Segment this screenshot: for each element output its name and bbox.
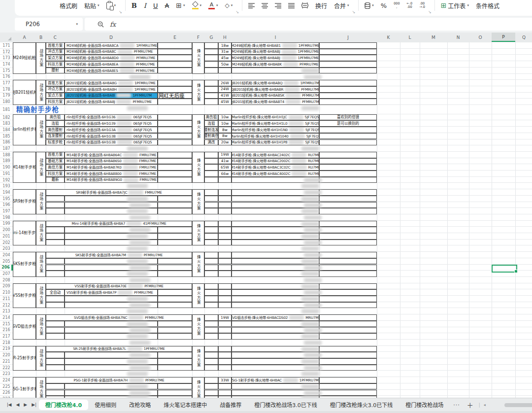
select-all-corner[interactable] — [8, 37, 11, 40]
col-header-I[interactable]: I — [232, 33, 319, 42]
cell-H219[interactable] — [218, 346, 232, 352]
align-center-button[interactable] — [258, 0, 271, 11]
cell-E200[interactable] — [158, 227, 192, 233]
cell-H192[interactable] — [218, 177, 232, 183]
cell-D177[interactable]: JB201轻机枪-全面战场-6H8A8G1PFMRU7ME — [65, 80, 158, 86]
selected-cell-P206[interactable] — [492, 265, 517, 273]
row-header-202[interactable]: 202 — [0, 240, 13, 246]
cell-J186[interactable] — [319, 139, 377, 146]
row-header-217[interactable]: 217 — [0, 333, 13, 340]
row-header-190[interactable]: 190 — [0, 164, 13, 171]
cell-H200[interactable] — [218, 227, 232, 233]
cell-G174[interactable] — [204, 61, 218, 68]
cell-C189[interactable]: 基础方案 — [46, 158, 65, 165]
row-header-193[interactable]: 193 — [0, 183, 13, 189]
cell-C188[interactable]: 首推方案 — [46, 152, 65, 158]
cell-G210[interactable] — [204, 289, 218, 296]
cell-G201[interactable] — [204, 233, 218, 240]
cell-D173[interactable]: M249轻机枪-全面战场-6H8A8D0PFMRU7ME — [65, 55, 158, 61]
cell-I178[interactable]: QJB201轻机枪-烽火地带-6H8ABRPFMRU7ME — [232, 86, 319, 93]
cell-H186[interactable]: 20w — [218, 139, 232, 146]
sheet-tab-7[interactable]: 橙门楼改枪战场 — [399, 400, 450, 410]
cell-H216[interactable] — [218, 327, 232, 334]
cell-J201[interactable] — [319, 233, 377, 240]
cell-G206[interactable] — [204, 265, 218, 271]
cell-gun-name[interactable]: M14射手步枪 — [13, 152, 36, 183]
cell-G196[interactable] — [204, 202, 218, 208]
cell-I214[interactable]: SVD狙击步枪-烽火地带-6H8ACDS02MRU7ME — [232, 314, 319, 321]
cell-J225[interactable] — [319, 383, 377, 390]
cell-fire-label[interactable]: 烽火方案 — [192, 346, 204, 371]
cell-C221[interactable] — [46, 358, 65, 365]
cell-J227[interactable] — [319, 396, 377, 398]
cell-J192[interactable] — [319, 177, 377, 183]
cell-I174[interactable]: M249轻机枪-烽火地带-6H8ABKPFMRU7ME — [232, 61, 319, 68]
cell-E171[interactable] — [158, 42, 192, 49]
cell-J222[interactable] — [319, 365, 377, 371]
clipboard-group-expand-icon[interactable]: ↘ — [119, 10, 122, 14]
cell-C206[interactable] — [46, 265, 65, 271]
cell-fire-label[interactable]: 烽火方案 — [192, 283, 204, 309]
cell-C227[interactable] — [46, 396, 65, 398]
cell-J200[interactable] — [319, 227, 377, 233]
cell-I177[interactable]: QJB201轻机枪-烽火地带-6H8ABQ1PFMRU7ME — [232, 80, 319, 86]
row-header-207[interactable]: 207 — [0, 271, 13, 277]
cell-D188[interactable]: M14射手步枪-全面战场-6H8A864CFMRU7ME — [65, 152, 158, 158]
more-sheets-button[interactable]: ··· — [450, 402, 464, 408]
cell-fire-label[interactable]: 烽火方案 — [192, 42, 204, 74]
cell-H178[interactable]: 24W — [218, 86, 232, 93]
cell-E184[interactable] — [158, 127, 192, 133]
cell-J175[interactable] — [319, 68, 377, 74]
last-sheet-button[interactable]: ▶∣ — [29, 402, 38, 407]
cell-H188[interactable]: 19W — [218, 152, 232, 158]
cell-G186[interactable]: 满改 — [204, 139, 218, 146]
col-header-N[interactable]: N — [447, 33, 469, 42]
align-left-button[interactable] — [245, 0, 258, 11]
cell-E217[interactable] — [158, 333, 192, 340]
row-header-201[interactable]: 201 — [0, 233, 13, 240]
cell-C179[interactable]: 架点方案 — [46, 93, 65, 99]
cell-H183[interactable]: 10w — [218, 120, 232, 127]
cell-C199[interactable]: Mini-14射手步枪-全面战场-6H8A741PFMRU7ME — [46, 221, 192, 227]
cell-G209[interactable] — [204, 283, 218, 290]
cell-gun-name[interactable]: SR-25射手步枪 — [13, 346, 36, 371]
eraser-button[interactable]: ◇ ▾ — [222, 0, 236, 11]
cell-G220[interactable] — [204, 352, 218, 358]
cell-G179[interactable] — [204, 93, 218, 99]
cell-H205[interactable] — [218, 258, 232, 265]
cell-D182[interactable]: rlin栓杆步枪-全面战场-6H1G36065JF7EQ5 — [65, 114, 158, 121]
cell-E175[interactable] — [158, 68, 192, 74]
cell-battlefield-label[interactable]: 战场方案 — [36, 314, 46, 340]
tab-scroll-left-icon[interactable]: ◂ — [482, 403, 487, 407]
row-header-189[interactable]: 189 — [0, 158, 13, 165]
cell-J183[interactable]: 是可以换别的 — [319, 120, 377, 127]
cell-battlefield-label[interactable]: 战场方案 — [36, 42, 46, 74]
cell-G178[interactable] — [204, 86, 218, 93]
cell-C220[interactable] — [46, 352, 65, 358]
cell-J212[interactable] — [319, 302, 377, 309]
cell-C196[interactable] — [46, 202, 65, 208]
cell-J188[interactable] — [319, 152, 377, 158]
cell-G195[interactable] — [204, 196, 218, 202]
wrap-text-button[interactable] — [298, 0, 312, 11]
cell-H217[interactable] — [218, 333, 232, 340]
cell-C205[interactable] — [46, 258, 65, 265]
cell-C225[interactable] — [46, 383, 65, 390]
cell-E172[interactable] — [158, 49, 192, 55]
cell-G197[interactable] — [204, 208, 218, 214]
cell-J189[interactable] — [319, 158, 377, 165]
number-group-expand-icon[interactable]: ↘ — [428, 10, 432, 14]
cell-G221[interactable] — [204, 358, 218, 365]
cell-C177[interactable]: 首推方案 — [46, 80, 65, 86]
borders-button[interactable]: ⊞ ▾ — [172, 0, 188, 11]
cell-C200[interactable] — [46, 227, 65, 233]
row-header-200[interactable]: 200 — [0, 227, 13, 233]
cell-H197[interactable] — [218, 208, 232, 214]
cell-G200[interactable] — [204, 227, 218, 233]
col-header-J[interactable]: J — [319, 33, 377, 42]
cell-E188[interactable] — [158, 152, 192, 158]
cell-H182[interactable]: 10w — [218, 114, 232, 121]
fx-icon[interactable]: fx — [110, 21, 116, 28]
cell-J221[interactable] — [319, 358, 377, 365]
cell-E202[interactable] — [158, 240, 192, 246]
